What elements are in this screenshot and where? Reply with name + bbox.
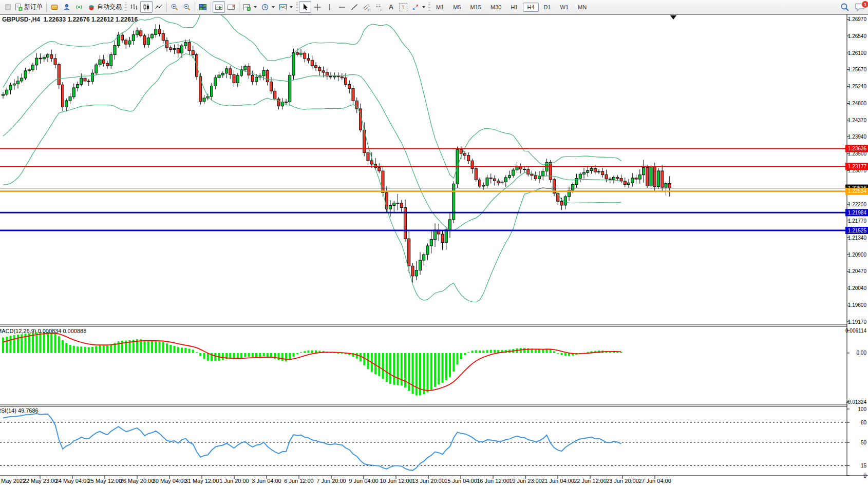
profile-button[interactable] xyxy=(61,1,73,13)
timeframe-m30[interactable]: M30 xyxy=(486,3,505,12)
chart-shift-icon xyxy=(227,3,235,11)
indicators-icon xyxy=(279,3,287,11)
chart-shift-button[interactable] xyxy=(225,1,237,13)
macd-histogram-bar xyxy=(207,353,209,361)
timeframe-w1[interactable]: W1 xyxy=(556,3,573,12)
macd-histogram-bar xyxy=(151,341,153,353)
bull-candle xyxy=(650,167,652,186)
bear-candle xyxy=(378,168,381,171)
zoom-out-icon xyxy=(183,3,191,11)
trendline-tool-button[interactable] xyxy=(348,1,361,13)
crosshair-tool-button[interactable] xyxy=(311,1,324,13)
bear-candle xyxy=(307,59,310,60)
bull-candle xyxy=(203,98,205,102)
zoom-in-button[interactable] xyxy=(168,1,181,13)
search-button[interactable] xyxy=(838,1,852,13)
bull-candle xyxy=(244,66,247,70)
bear-candle xyxy=(531,174,533,176)
cursor-tool-button[interactable] xyxy=(299,1,311,13)
macd-histogram-bar xyxy=(73,346,75,353)
timeframe-h1[interactable]: H1 xyxy=(506,3,522,12)
bear-candle xyxy=(158,29,161,34)
bear-candle xyxy=(274,91,276,99)
timeframe-mn[interactable]: MN xyxy=(574,3,591,12)
clipped-toolbar-button[interactable] xyxy=(1,1,12,13)
macd-histogram-bar xyxy=(214,353,216,361)
macd-histogram-bar xyxy=(13,335,15,353)
macd-histogram-bar xyxy=(452,353,455,372)
new-chart-button[interactable] xyxy=(241,1,259,13)
arrows-tool-button[interactable] xyxy=(409,1,427,13)
macd-histogram-bar xyxy=(423,353,425,394)
macd-histogram-bar xyxy=(2,338,4,353)
bear-candle xyxy=(311,60,313,66)
macd-histogram-bar xyxy=(222,353,224,360)
channel-tool-button[interactable]: E xyxy=(361,1,373,13)
bull-candle xyxy=(24,71,27,78)
bull-candle xyxy=(151,34,154,37)
tile-windows-button[interactable] xyxy=(197,1,209,13)
new-chart-icon xyxy=(243,3,251,11)
auto-scroll-button[interactable] xyxy=(213,1,225,13)
macd-histogram-bar xyxy=(389,353,391,384)
notifications-button[interactable]: 1 xyxy=(852,1,867,13)
macd-histogram-bar xyxy=(196,352,198,353)
macd-histogram-bar xyxy=(248,353,250,357)
horizontal-line-tool-button[interactable] xyxy=(336,1,348,13)
bull-candle xyxy=(262,70,265,75)
bull-candle xyxy=(236,75,239,83)
bear-candle xyxy=(58,65,60,85)
line-chart-button[interactable] xyxy=(153,1,165,13)
macd-histogram-bar xyxy=(557,353,559,354)
new-order-button[interactable]: 新订单 xyxy=(12,1,45,13)
periods-button[interactable] xyxy=(259,1,277,13)
text-tool-button[interactable]: A xyxy=(385,1,397,13)
timeframe-m15[interactable]: M15 xyxy=(466,3,485,12)
axis-tick-label: 1.26540 xyxy=(848,33,867,39)
bear-candle xyxy=(84,78,86,81)
timeframe-h4[interactable]: H4 xyxy=(523,3,538,12)
bull-candle xyxy=(99,60,101,65)
macd-histogram-bar xyxy=(401,353,403,385)
timeframe-m5[interactable]: M5 xyxy=(449,3,465,12)
macd-histogram-bar xyxy=(378,353,380,376)
axis-tick-label: 1.23940 xyxy=(848,134,867,140)
bear-candle xyxy=(609,179,611,180)
bull-candle xyxy=(587,171,589,173)
search-icon xyxy=(840,2,850,12)
fibonacci-tool-button[interactable]: F xyxy=(373,1,385,13)
zoom-out-button[interactable] xyxy=(181,1,193,13)
timeframe-d1[interactable]: D1 xyxy=(540,3,555,12)
axis-tick-label: 1.21340 xyxy=(848,235,867,241)
macd-histogram-bar xyxy=(140,339,142,353)
vertical-line-tool-button[interactable] xyxy=(324,1,336,13)
bear-candle xyxy=(87,81,90,82)
bull-candle xyxy=(564,197,567,205)
timeframe-m1[interactable]: M1 xyxy=(432,3,448,12)
bear-candle xyxy=(296,53,298,54)
macd-histogram-bar xyxy=(561,353,563,355)
text-label-tool-button[interactable]: T xyxy=(397,1,409,13)
macd-histogram-bar xyxy=(442,353,444,383)
price-chip-label: 1.22534 xyxy=(848,188,867,194)
bull-candle xyxy=(504,178,507,182)
bear-candle xyxy=(318,67,321,71)
candlestick-chart-button[interactable] xyxy=(140,1,153,13)
chart-canvas[interactable]: 1.269701.265401.261001.256701.252401.248… xyxy=(0,0,868,487)
bear-candle xyxy=(125,40,127,44)
time-tick-label: 21 Jun 04:00 xyxy=(541,478,574,484)
signals-button[interactable] xyxy=(73,1,85,13)
bull-candle xyxy=(501,182,503,183)
bear-candle xyxy=(497,181,500,183)
bear-candle xyxy=(39,58,42,59)
mt4-terminal: { "toolbar": { "new_order_label": "新订单",… xyxy=(0,0,868,487)
market-watch-button[interactable] xyxy=(48,1,61,13)
autotrading-button[interactable]: 自动交易 xyxy=(85,1,124,13)
bull-candle xyxy=(2,94,5,95)
bar-chart-button[interactable] xyxy=(128,1,140,13)
axis-tick-label: 1.25670 xyxy=(848,67,867,72)
indicators-button[interactable] xyxy=(277,1,295,13)
bear-candle xyxy=(121,35,124,40)
macd-histogram-bar xyxy=(475,350,477,353)
macd-histogram-bar xyxy=(360,353,362,362)
